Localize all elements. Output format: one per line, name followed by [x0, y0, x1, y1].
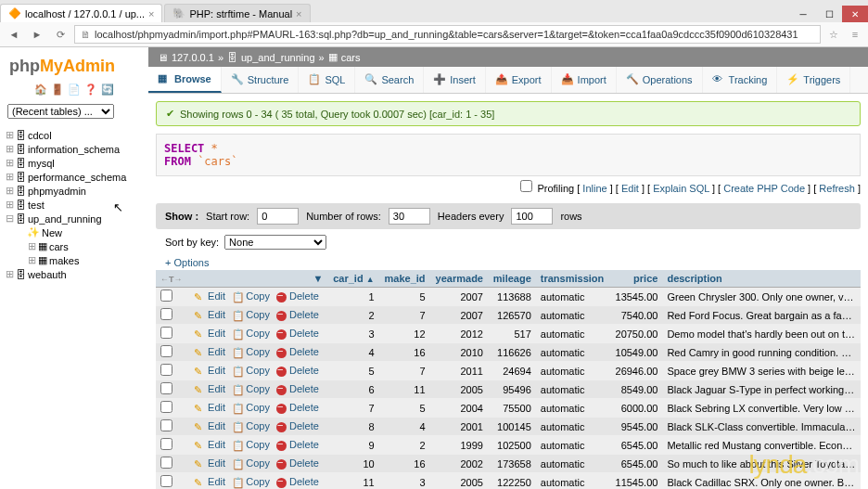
row-checkbox[interactable]	[160, 308, 172, 320]
table-tree-item[interactable]: ⊞▦ makes	[5, 253, 144, 267]
delete-row-link[interactable]: Delete	[274, 439, 321, 450]
col-description[interactable]: description	[662, 270, 861, 288]
col-price[interactable]: price	[610, 270, 663, 288]
copy-row-link[interactable]: 📋 Copy	[230, 476, 272, 487]
close-tab-icon[interactable]: ×	[148, 8, 154, 19]
headers-input[interactable]	[511, 208, 553, 225]
expand-icon[interactable]: ⊞	[5, 185, 14, 197]
tab-structure[interactable]: 🔧Structure	[222, 67, 300, 93]
delete-row-link[interactable]: Delete	[274, 290, 321, 302]
expand-icon[interactable]: ⊞	[27, 254, 36, 266]
row-checkbox[interactable]	[160, 419, 172, 431]
db-tree-item[interactable]: ⊞🗄 test	[5, 198, 144, 212]
edit-row-link[interactable]: ✎ Edit	[192, 383, 227, 394]
col-make-id[interactable]: make_id	[379, 270, 430, 288]
copy-row-link[interactable]: 📋 Copy	[230, 383, 272, 394]
col-car-id[interactable]: car_id ▲	[327, 270, 378, 288]
edit-row-link[interactable]: ✎ Edit	[192, 346, 227, 357]
db-tree-item[interactable]: ⊟🗄 up_and_running	[5, 212, 144, 225]
expand-icon[interactable]: ⊞	[5, 157, 14, 169]
copy-row-link[interactable]: 📋 Copy	[230, 290, 272, 302]
edit-row-link[interactable]: ✎ Edit	[192, 402, 227, 413]
delete-row-link[interactable]: Delete	[274, 328, 321, 339]
expand-icon[interactable]: ⊟	[5, 212, 14, 225]
breadcrumb-db[interactable]: up_and_running	[241, 52, 315, 63]
copy-row-link[interactable]: 📋 Copy	[230, 439, 272, 450]
delete-row-link[interactable]: Delete	[274, 309, 321, 320]
tab-insert[interactable]: ➕Insert	[424, 67, 486, 93]
db-tree-item[interactable]: ⊞🗄 phpmyadmin	[5, 184, 144, 198]
tab-tracking[interactable]: 👁Tracking	[703, 67, 778, 93]
bookmark-icon[interactable]: ☆	[825, 26, 842, 43]
row-checkbox[interactable]	[160, 345, 172, 357]
col-mileage[interactable]: mileage	[488, 270, 536, 288]
db-tree-item[interactable]: ⊞🗄 cdcol	[5, 128, 144, 142]
edit-row-link[interactable]: ✎ Edit	[192, 309, 227, 320]
recent-tables-select[interactable]: (Recent tables) ...	[7, 104, 114, 119]
reload-nav-icon[interactable]: 🔄	[101, 84, 114, 97]
copy-row-link[interactable]: 📋 Copy	[230, 402, 272, 413]
sql-icon[interactable]: 📄	[68, 84, 81, 97]
tab-export[interactable]: 📤Export	[486, 67, 552, 93]
minimize-button[interactable]: ─	[790, 6, 816, 22]
options-link[interactable]: + Options	[156, 255, 861, 270]
browser-tab-2[interactable]: 🐘 PHP: strftime - Manual ×	[164, 4, 310, 22]
tab-triggers[interactable]: ⚡Triggers	[777, 67, 850, 93]
sort-key-select[interactable]: None	[224, 235, 326, 250]
home-icon[interactable]: 🏠	[34, 84, 47, 97]
row-checkbox[interactable]	[160, 290, 172, 302]
col-yearmade[interactable]: yearmade	[430, 270, 488, 288]
row-checkbox[interactable]	[160, 401, 172, 413]
close-tab-icon[interactable]: ×	[296, 8, 301, 19]
create-php-link[interactable]: Create PHP Code	[723, 183, 805, 194]
delete-row-link[interactable]: Delete	[274, 346, 321, 357]
inline-link[interactable]: Inline	[582, 183, 606, 194]
table-tree-item[interactable]: ✨ New	[5, 225, 144, 239]
start-row-input[interactable]	[257, 208, 299, 225]
copy-row-link[interactable]: 📋 Copy	[230, 309, 272, 320]
expand-icon[interactable]: ⊞	[5, 171, 14, 183]
refresh-link[interactable]: Refresh	[819, 183, 855, 194]
logout-icon[interactable]: 🚪	[51, 84, 64, 97]
reload-button[interactable]: ⟳	[51, 25, 70, 44]
delete-row-link[interactable]: Delete	[274, 420, 321, 431]
copy-row-link[interactable]: 📋 Copy	[230, 420, 272, 431]
browser-tab-1[interactable]: 🔶 localhost / 127.0.0.1 / up... ×	[0, 4, 162, 22]
edit-row-link[interactable]: ✎ Edit	[192, 476, 227, 487]
expand-icon[interactable]: ⊞	[5, 199, 14, 211]
forward-button[interactable]: ►	[28, 25, 46, 44]
address-bar[interactable]: 🗎 localhost/phpmyadmin/import.php#PMAURL…	[74, 25, 821, 44]
table-tree-item[interactable]: ⊞▦ cars	[5, 239, 144, 253]
expand-icon[interactable]: ⊞	[27, 240, 36, 252]
tab-operations[interactable]: 🔨Operations	[617, 67, 703, 93]
edit-row-link[interactable]: ✎ Edit	[192, 420, 227, 431]
profiling-checkbox[interactable]	[520, 180, 532, 192]
docs-icon[interactable]: ❓	[84, 84, 97, 97]
explain-link[interactable]: Explain SQL	[653, 183, 709, 194]
row-checkbox[interactable]	[160, 364, 172, 376]
edit-row-link[interactable]: ✎ Edit	[192, 365, 227, 376]
col-transmission[interactable]: transmission	[536, 270, 610, 288]
copy-row-link[interactable]: 📋 Copy	[230, 346, 272, 357]
tab-browse[interactable]: ▦Browse	[148, 67, 222, 93]
num-rows-input[interactable]	[389, 208, 430, 225]
copy-row-link[interactable]: 📋 Copy	[230, 457, 272, 469]
delete-row-link[interactable]: Delete	[274, 383, 321, 394]
copy-row-link[interactable]: 📋 Copy	[230, 365, 272, 376]
tab-search[interactable]: 🔍Search	[355, 67, 424, 93]
delete-row-link[interactable]: Delete	[274, 365, 321, 376]
delete-row-link[interactable]: Delete	[274, 402, 321, 413]
row-checkbox[interactable]	[160, 327, 172, 339]
row-checkbox[interactable]	[160, 457, 172, 469]
breadcrumb-table[interactable]: cars	[341, 52, 361, 63]
db-tree-item[interactable]: ⊞🗄 webauth	[5, 267, 144, 281]
tab-sql[interactable]: 📋SQL	[299, 67, 355, 93]
edit-sql-link[interactable]: Edit	[621, 183, 639, 194]
back-button[interactable]: ◄	[5, 25, 23, 44]
menu-icon[interactable]: ≡	[847, 26, 863, 43]
db-tree-item[interactable]: ⊞🗄 performance_schema	[5, 170, 144, 184]
edit-row-link[interactable]: ✎ Edit	[192, 328, 227, 339]
db-tree-item[interactable]: ⊞🗄 mysql	[5, 156, 144, 170]
expand-icon[interactable]: ⊞	[5, 268, 14, 280]
row-checkbox[interactable]	[160, 382, 172, 394]
